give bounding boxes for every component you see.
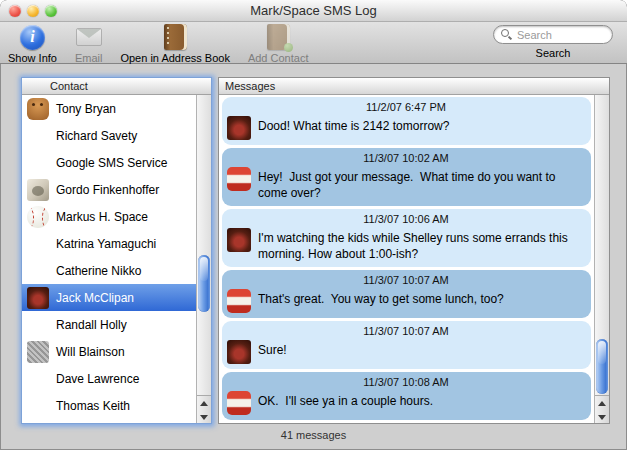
contact-list-item[interactable]: Richard Savety (22, 122, 196, 149)
contact-name: Thomas Keith (56, 399, 130, 413)
contact-avatar (27, 395, 49, 417)
minimize-button[interactable] (27, 5, 39, 17)
email-label: Email (75, 52, 103, 64)
address-book-label: Open in Address Book (120, 52, 229, 64)
info-icon (20, 25, 45, 50)
contact-pane: Contact Tony Bryan Richard Savety Google… (21, 77, 212, 424)
contact-avatar (27, 260, 49, 282)
show-info-button[interactable]: Show Info (8, 24, 57, 64)
contact-list-item[interactable]: Catherine Nikko (22, 257, 196, 284)
contact-list-item[interactable]: Tony Bryan (22, 95, 196, 122)
message-avatar (227, 228, 251, 252)
contact-avatar (27, 206, 49, 228)
contact-avatar (27, 368, 49, 390)
title-bar[interactable]: Mark/Space SMS Log (0, 0, 627, 22)
message-scrollbar-arrows (595, 395, 609, 423)
message-avatar (227, 116, 251, 140)
status-bar: 41 messages (0, 424, 627, 450)
message-timestamp: 11/3/07 10:02 AM (227, 149, 585, 167)
contact-list-item[interactable]: Jack McClipan (22, 284, 196, 311)
message-text: That's great. You way to get some lunch,… (258, 289, 504, 308)
scroll-down-button[interactable] (197, 410, 211, 424)
message-scrollbar[interactable] (594, 95, 609, 423)
add-contact-icon (267, 24, 290, 50)
message-count: 41 messages (0, 424, 627, 446)
contact-name: Dave Lawrence (56, 372, 139, 386)
contact-avatar (27, 341, 49, 363)
message-text: I'm watching the kids while Shelley runs… (258, 228, 585, 262)
contact-name: Google SMS Service (56, 156, 167, 170)
message-list: 11/2/07 6:47 PM Dood! What time is 2142 … (219, 95, 594, 423)
contact-name: Richard Savety (56, 129, 137, 143)
search-field[interactable] (493, 25, 613, 44)
message-bubble: 11/2/07 6:47 PM Dood! What time is 2142 … (222, 97, 591, 145)
contact-scrollbar-thumb[interactable] (198, 255, 210, 312)
message-text: Sure! (258, 340, 287, 359)
message-bubble: 11/3/07 10:06 AM I'm watching the kids w… (222, 209, 591, 267)
message-text: Hey! Just got your message. What time do… (258, 167, 585, 201)
contact-name: Markus H. Space (56, 210, 148, 224)
contact-name: Catherine Nikko (56, 264, 141, 278)
email-icon (76, 28, 102, 46)
contact-list-item[interactable]: Randall Holly (22, 311, 196, 338)
scroll-up-button[interactable] (595, 396, 609, 410)
contact-list-item[interactable]: Will Blainson (22, 338, 196, 365)
contact-avatar (27, 314, 49, 336)
contact-list-item[interactable]: Gordo Finkenhoffer (22, 176, 196, 203)
contact-list-item[interactable]: Thomas Keith (22, 392, 196, 419)
arrow-up-icon (200, 401, 208, 406)
message-timestamp: 11/3/07 10:07 AM (227, 322, 585, 340)
contact-scrollbar-arrows (197, 395, 211, 423)
message-avatar (227, 167, 251, 191)
contact-column-header[interactable]: Contact (22, 78, 211, 95)
contact-avatar (27, 179, 49, 201)
message-timestamp: 11/3/07 10:07 AM (227, 271, 585, 289)
email-button[interactable]: Email (75, 24, 103, 64)
arrow-down-icon (598, 415, 606, 420)
search-label: Search (536, 47, 571, 59)
contact-name: Will Blainson (56, 345, 125, 359)
contact-avatar (27, 98, 49, 120)
contact-list-item[interactable]: Markus H. Space (22, 203, 196, 230)
contact-name: Jack McClipan (56, 291, 134, 305)
search-icon (501, 29, 512, 40)
message-bubble: 11/3/07 10:02 AM Hey! Just got your mess… (222, 148, 591, 206)
message-bubble: 11/3/07 10:08 AM OK. I'll see ya in a co… (222, 372, 591, 420)
contact-avatar (27, 152, 49, 174)
message-timestamp: 11/3/07 10:06 AM (227, 210, 585, 228)
search-input[interactable] (517, 29, 605, 41)
messages-column-header[interactable]: Messages (219, 78, 609, 95)
arrow-down-icon (200, 415, 208, 420)
scroll-down-button[interactable] (595, 410, 609, 424)
contact-name: Tony Bryan (56, 102, 116, 116)
contact-name: Randall Holly (56, 318, 127, 332)
contact-name: Gordo Finkenhoffer (56, 183, 159, 197)
open-in-address-book-button[interactable]: Open in Address Book (120, 24, 229, 64)
contact-list: Tony Bryan Richard Savety Google SMS Ser… (22, 95, 196, 419)
contact-list-item[interactable]: Katrina Yamaguchi (22, 230, 196, 257)
show-info-label: Show Info (8, 52, 57, 64)
contact-list-item[interactable]: Google SMS Service (22, 149, 196, 176)
message-text: OK. I'll see ya in a couple hours. (258, 391, 433, 410)
search-area: Search (493, 25, 613, 59)
app-window: Mark/Space SMS Log Show Info Email Open … (0, 0, 627, 450)
contact-scrollbar[interactable] (196, 95, 211, 423)
message-scrollbar-thumb[interactable] (596, 339, 608, 394)
toolbar: Show Info Email Open in Address Book Add… (0, 22, 627, 64)
add-contact-button[interactable]: Add Contact (248, 24, 309, 64)
contact-avatar (27, 287, 49, 309)
message-timestamp: 11/3/07 10:08 AM (227, 373, 585, 391)
zoom-button[interactable] (45, 5, 57, 17)
message-pane: Messages 11/2/07 6:47 PM Dood! What time… (218, 77, 610, 424)
contact-list-item[interactable]: Dave Lawrence (22, 365, 196, 392)
contact-name: Katrina Yamaguchi (56, 237, 156, 251)
address-book-icon (164, 24, 187, 50)
message-text: Dood! What time is 2142 tomorrow? (258, 116, 449, 135)
add-contact-label: Add Contact (248, 52, 309, 64)
scroll-up-button[interactable] (197, 396, 211, 410)
message-avatar (227, 289, 251, 313)
message-timestamp: 11/2/07 6:47 PM (227, 98, 585, 116)
contact-avatar (27, 233, 49, 255)
close-button[interactable] (9, 5, 21, 17)
message-avatar (227, 391, 251, 415)
